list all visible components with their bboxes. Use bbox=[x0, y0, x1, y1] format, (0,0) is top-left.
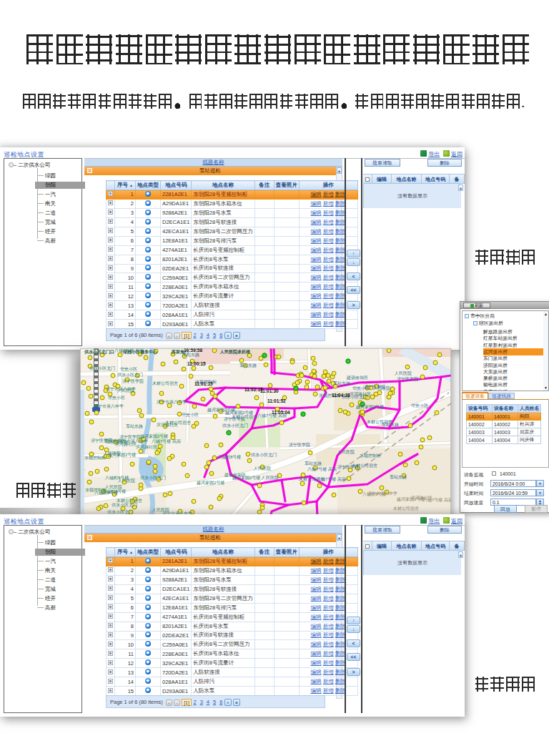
svg-text:11:02:15: 11:02:15 bbox=[244, 387, 263, 392]
svg-text:济宁市第八中学: 济宁市第八中学 bbox=[157, 399, 187, 404]
svg-text:11:04:38: 11:04:38 bbox=[332, 393, 350, 398]
svg-text:木材公司宿舍: 木材公司宿舍 bbox=[152, 381, 178, 386]
svg-text:车站东路: 车站东路 bbox=[333, 381, 350, 386]
svg-text:越河家园2号楼: 越河家园2号楼 bbox=[197, 480, 224, 486]
svg-text:供水小区北门: 供水小区北门 bbox=[89, 365, 115, 371]
svg-text:供水小区北门: 供水小区北门 bbox=[140, 475, 166, 481]
svg-text:供水小区北门: 供水小区北门 bbox=[251, 452, 277, 458]
svg-text:建设南街区: 建设南街区 bbox=[104, 438, 126, 443]
svg-text:越河家园2号楼: 越河家园2号楼 bbox=[356, 404, 384, 410]
svg-text:木材公司宿舍: 木材公司宿舍 bbox=[366, 419, 392, 425]
svg-text:水箱控制柜: 水箱控制柜 bbox=[84, 455, 106, 461]
svg-text:供水小区北门: 供水小区北门 bbox=[117, 372, 143, 378]
svg-text:华光小区: 华光小区 bbox=[182, 412, 199, 418]
svg-text:11:05:04: 11:05:04 bbox=[272, 410, 290, 415]
svg-text:11:01:52: 11:01:52 bbox=[267, 398, 286, 403]
svg-text:滨河路社区: 滨河路社区 bbox=[136, 444, 157, 450]
svg-text:八铺村8号楼: 八铺村8号楼 bbox=[217, 455, 241, 460]
svg-text:木材公司宿舍: 木材公司宿舍 bbox=[392, 506, 419, 511]
svg-text:华光小区: 华光小区 bbox=[120, 366, 137, 372]
svg-text:木材公司宿舍: 木材公司宿舍 bbox=[351, 463, 377, 468]
svg-text:供水小区北门口: 供水小区北门口 bbox=[84, 349, 114, 355]
svg-text:供水小区北门: 供水小区北门 bbox=[222, 423, 248, 428]
svg-text:人民医院: 人民医院 bbox=[337, 449, 355, 455]
svg-text:越河家园2号楼: 越河家园2号楼 bbox=[207, 407, 235, 413]
svg-text:供水小区北门: 供水小区北门 bbox=[112, 502, 137, 508]
svg-text:车站东路: 车站东路 bbox=[239, 363, 257, 368]
svg-text:人民医院: 人民医院 bbox=[253, 466, 271, 471]
svg-text:越河家园2号楼: 越河家园2号楼 bbox=[108, 452, 136, 458]
svg-text:11:01:15: 11:01:15 bbox=[194, 381, 213, 386]
svg-text:滨河路社区: 滨河路社区 bbox=[157, 422, 178, 428]
svg-text:济宁市第八中学: 济宁市第八中学 bbox=[94, 403, 124, 408]
svg-text:济宁医学院: 济宁医学院 bbox=[289, 442, 310, 448]
svg-text:车站东路: 车站东路 bbox=[126, 423, 143, 429]
svg-text:济宁医学院: 济宁医学院 bbox=[397, 376, 418, 382]
svg-text:人民医院: 人民医院 bbox=[104, 484, 122, 490]
svg-text:华光小区: 华光小区 bbox=[108, 395, 125, 401]
svg-text:越河家园2号楼: 越河家园2号楼 bbox=[397, 496, 425, 502]
svg-text:华光小区: 华光小区 bbox=[411, 403, 428, 408]
svg-text:水箱控制柜: 水箱控制柜 bbox=[360, 453, 381, 458]
svg-text:绿园小区服务中心: 绿园小区服务中心 bbox=[122, 349, 157, 355]
svg-text:建设南街区: 建设南街区 bbox=[346, 375, 368, 381]
svg-text:11:00:15: 11:00:15 bbox=[187, 361, 206, 366]
svg-text:10:59:58: 10:59:58 bbox=[184, 348, 202, 353]
svg-text:人民医院: 人民医院 bbox=[372, 386, 390, 391]
svg-text:八铺村8号楼: 八铺村8号楼 bbox=[105, 476, 129, 481]
svg-text:越河家园2号楼: 越河家园2号楼 bbox=[232, 475, 260, 481]
svg-text:木材公司宿舍: 木材公司宿舍 bbox=[231, 414, 257, 420]
svg-text:八铺7号楼 高层: 八铺7号楼 高层 bbox=[423, 497, 451, 502]
svg-text:人民医院: 人民医院 bbox=[394, 370, 412, 376]
svg-text:人民医院承药楼: 人民医院承药楼 bbox=[219, 349, 251, 355]
svg-text:八铺村8号楼: 八铺村8号楼 bbox=[362, 492, 386, 497]
svg-text:车站东路: 车站东路 bbox=[390, 474, 407, 480]
svg-text:人民医院: 人民医院 bbox=[117, 388, 134, 393]
svg-text:滨河路社区: 滨河路社区 bbox=[350, 391, 371, 397]
svg-text:越河家园2号楼: 越河家园2号楼 bbox=[140, 433, 168, 439]
svg-text:人民医院: 人民医院 bbox=[261, 475, 279, 481]
svg-text:11:01:30: 11:01:30 bbox=[260, 388, 279, 393]
svg-text:八铺村8号楼: 八铺村8号楼 bbox=[94, 491, 118, 496]
svg-text:八铺7号楼 高层: 八铺7号楼 高层 bbox=[307, 466, 337, 471]
svg-text:济宁医学院: 济宁医学院 bbox=[122, 378, 144, 384]
svg-text:木材公司宿舍: 木材公司宿舍 bbox=[298, 476, 325, 482]
svg-text:车站东路: 车站东路 bbox=[305, 461, 322, 466]
svg-text:八铺7号楼 高层: 八铺7号楼 高层 bbox=[152, 438, 181, 443]
